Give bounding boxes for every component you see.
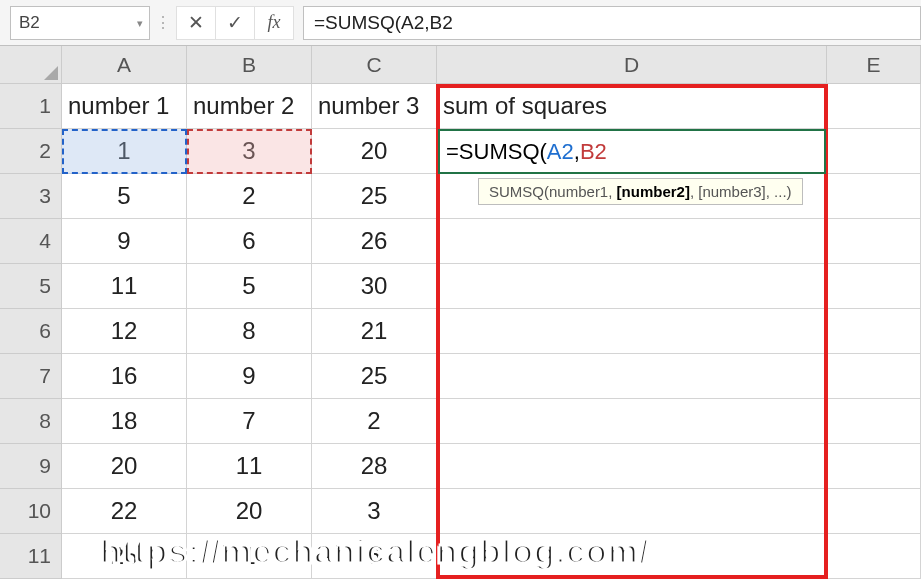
cell-A1[interactable]: number 1 — [62, 84, 187, 129]
cell-A4[interactable]: 9 — [62, 219, 187, 264]
row-header-4[interactable]: 4 — [0, 219, 62, 264]
cell-B4[interactable]: 6 — [187, 219, 312, 264]
cell-C7[interactable]: 25 — [312, 354, 437, 399]
cell-E5[interactable] — [827, 264, 921, 309]
grid: ABCDE 1234567891011 number 1number 2numb… — [0, 46, 921, 580]
cell-E9[interactable] — [827, 444, 921, 489]
cell-D9[interactable] — [437, 444, 827, 489]
cell-A9[interactable]: 20 — [62, 444, 187, 489]
cell-A2[interactable]: 1 — [62, 129, 187, 174]
cell-B7[interactable]: 9 — [187, 354, 312, 399]
cell-D7[interactable] — [437, 354, 827, 399]
insert-function-button[interactable]: fx — [254, 6, 294, 40]
cells: number 1number 2number 3sum of squares13… — [62, 84, 921, 579]
cell-B3[interactable]: 2 — [187, 174, 312, 219]
row-header-9[interactable]: 9 — [0, 444, 62, 489]
formula-bar-separator: ⋮ — [150, 13, 176, 32]
cell-E4[interactable] — [827, 219, 921, 264]
cell-A5[interactable]: 11 — [62, 264, 187, 309]
cell-B9[interactable]: 11 — [187, 444, 312, 489]
cell-C11[interactable]: 6 — [312, 534, 437, 579]
row-headers: 1234567891011 — [0, 84, 62, 579]
table-row: 1320 — [62, 129, 921, 174]
cell-D6[interactable] — [437, 309, 827, 354]
row-header-8[interactable]: 8 — [0, 399, 62, 444]
cell-A10[interactable]: 22 — [62, 489, 187, 534]
row-header-10[interactable]: 10 — [0, 489, 62, 534]
column-header-a[interactable]: A — [62, 46, 187, 84]
cell-C3[interactable]: 25 — [312, 174, 437, 219]
cell-B2[interactable]: 3 — [187, 129, 312, 174]
cell-D1[interactable]: sum of squares — [437, 84, 827, 129]
cell-D11[interactable] — [437, 534, 827, 579]
cell-A8[interactable]: 18 — [62, 399, 187, 444]
cell-B6[interactable]: 8 — [187, 309, 312, 354]
cell-A6[interactable]: 12 — [62, 309, 187, 354]
row-header-7[interactable]: 7 — [0, 354, 62, 399]
cell-E8[interactable] — [827, 399, 921, 444]
tooltip-sig-suffix: , [number3], ...) — [690, 183, 792, 200]
column-header-b[interactable]: B — [187, 46, 312, 84]
table-row: number 1number 2number 3sum of squares — [62, 84, 921, 129]
excel-window: B2 ▾ ⋮ ✕ ✓ fx =SUMSQ(A2,B2 ABCDE 1234567… — [0, 0, 921, 580]
cell-D8[interactable] — [437, 399, 827, 444]
table-row: 9626 — [62, 219, 921, 264]
function-tooltip: SUMSQ(number1, [number2], [number3], ...… — [478, 178, 803, 205]
cell-D5[interactable] — [437, 264, 827, 309]
cell-C1[interactable]: number 3 — [312, 84, 437, 129]
cell-C5[interactable]: 30 — [312, 264, 437, 309]
cell-E1[interactable] — [827, 84, 921, 129]
cell-A3[interactable]: 5 — [62, 174, 187, 219]
tooltip-sig-prefix: (number1, — [544, 183, 617, 200]
cell-B1[interactable]: number 2 — [187, 84, 312, 129]
cell-E10[interactable] — [827, 489, 921, 534]
row-header-2[interactable]: 2 — [0, 129, 62, 174]
cell-B8[interactable]: 7 — [187, 399, 312, 444]
cell-B11[interactable]: 1 — [187, 534, 312, 579]
cell-D4[interactable] — [437, 219, 827, 264]
column-header-d[interactable]: D — [437, 46, 827, 84]
select-all-button[interactable] — [0, 46, 62, 84]
cancel-button[interactable]: ✕ — [176, 6, 216, 40]
cell-C2[interactable]: 20 — [312, 129, 437, 174]
table-row: 2516 — [62, 534, 921, 579]
formula-text: =SUMSQ(A2,B2 — [314, 12, 453, 34]
table-row: 16925 — [62, 354, 921, 399]
cell-C8[interactable]: 2 — [312, 399, 437, 444]
cell-D2[interactable] — [437, 129, 827, 174]
cell-D10[interactable] — [437, 489, 827, 534]
name-box-value: B2 — [19, 13, 40, 33]
tooltip-fn: SUMSQ — [489, 183, 544, 200]
row-header-3[interactable]: 3 — [0, 174, 62, 219]
cell-A7[interactable]: 16 — [62, 354, 187, 399]
column-headers: ABCDE — [62, 46, 921, 84]
cell-A11[interactable]: 25 — [62, 534, 187, 579]
formula-input[interactable]: =SUMSQ(A2,B2 — [303, 6, 921, 40]
name-box[interactable]: B2 ▾ — [10, 6, 150, 40]
table-row: 201128 — [62, 444, 921, 489]
row-header-6[interactable]: 6 — [0, 309, 62, 354]
cell-E2[interactable] — [827, 129, 921, 174]
cell-E6[interactable] — [827, 309, 921, 354]
fx-icon: fx — [268, 12, 281, 33]
cell-E3[interactable] — [827, 174, 921, 219]
cell-B10[interactable]: 20 — [187, 489, 312, 534]
cell-C4[interactable]: 26 — [312, 219, 437, 264]
check-icon: ✓ — [227, 11, 243, 34]
cell-C10[interactable]: 3 — [312, 489, 437, 534]
column-header-e[interactable]: E — [827, 46, 921, 84]
column-header-c[interactable]: C — [312, 46, 437, 84]
row-header-11[interactable]: 11 — [0, 534, 62, 579]
row-header-1[interactable]: 1 — [0, 84, 62, 129]
enter-button[interactable]: ✓ — [215, 6, 255, 40]
cell-E7[interactable] — [827, 354, 921, 399]
cell-C6[interactable]: 21 — [312, 309, 437, 354]
name-box-caret-icon: ▾ — [137, 16, 143, 29]
table-row: 1872 — [62, 399, 921, 444]
cell-C9[interactable]: 28 — [312, 444, 437, 489]
close-icon: ✕ — [188, 11, 204, 34]
row-header-5[interactable]: 5 — [0, 264, 62, 309]
cell-E11[interactable] — [827, 534, 921, 579]
cell-B5[interactable]: 5 — [187, 264, 312, 309]
table-row: 12821 — [62, 309, 921, 354]
